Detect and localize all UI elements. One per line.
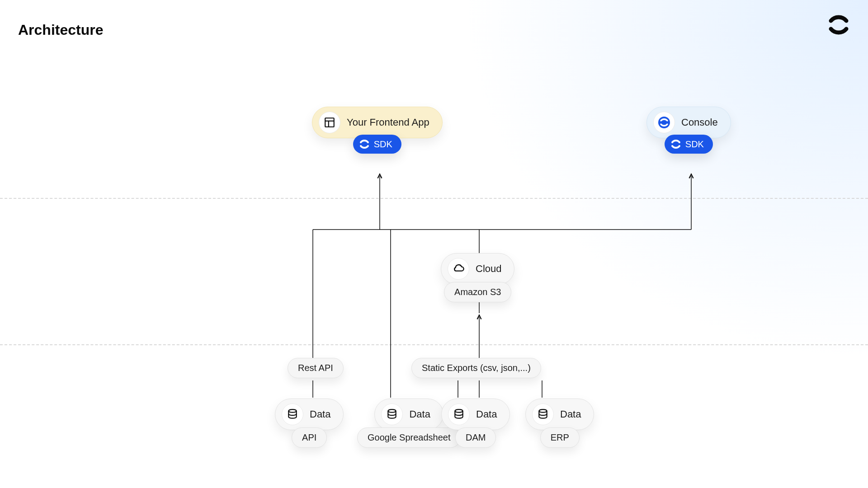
- data-sub-label: API: [292, 427, 327, 448]
- frontend-app-pill: Your Frontend App: [312, 107, 443, 138]
- svg-point-14: [658, 117, 670, 128]
- cloud-icon: [448, 258, 469, 280]
- background-gradient: [461, 0, 868, 361]
- page-title: Architecture: [18, 22, 104, 38]
- rest-api-connector: Rest API: [288, 358, 344, 378]
- console-logo-icon: [653, 112, 675, 133]
- data-pill: Data: [525, 399, 594, 430]
- data-pill: Data: [374, 399, 443, 430]
- data-pill: Data: [275, 399, 344, 430]
- frontend-app-label: Your Frontend App: [347, 117, 429, 128]
- frontend-sdk-badge: SDK: [353, 135, 401, 154]
- svg-point-18: [539, 409, 547, 413]
- data-label: Data: [409, 408, 430, 420]
- data-label: Data: [310, 408, 330, 420]
- console-label: Console: [681, 117, 718, 128]
- console-sdk-badge: SDK: [665, 135, 713, 154]
- frontend-sdk-label: SDK: [374, 139, 392, 150]
- database-icon: [282, 404, 303, 425]
- svg-point-16: [388, 409, 396, 413]
- console-sdk-label: SDK: [685, 139, 704, 150]
- cloud-node: Cloud Amazon S3: [441, 253, 514, 302]
- section-divider-1: [0, 198, 868, 199]
- data-label: Data: [476, 408, 497, 420]
- database-icon: [381, 404, 403, 425]
- svg-point-15: [288, 409, 296, 413]
- data-sub-label: ERP: [540, 427, 580, 448]
- data-label: Data: [560, 408, 581, 420]
- sdk-logo-icon: [670, 138, 682, 150]
- console-node: Console SDK: [646, 107, 731, 154]
- static-exports-connector: Static Exports (csv, json,...): [411, 358, 541, 378]
- data-sub-label: DAM: [455, 427, 496, 448]
- cloud-pill: Cloud: [441, 253, 514, 285]
- layout-icon: [319, 112, 340, 133]
- brand-logo-icon: [826, 13, 851, 37]
- cloud-label: Cloud: [476, 263, 501, 275]
- data-source-erp: Data ERP: [525, 399, 594, 448]
- frontend-app-node: Your Frontend App SDK: [312, 107, 443, 154]
- cloud-sub-label: Amazon S3: [444, 282, 511, 302]
- section-divider-2: [0, 344, 868, 345]
- data-pill: Data: [441, 399, 510, 430]
- database-icon: [448, 404, 470, 425]
- sdk-logo-icon: [359, 138, 370, 150]
- console-pill: Console: [646, 107, 731, 138]
- data-source-dam: Data DAM: [441, 399, 510, 448]
- database-icon: [532, 404, 554, 425]
- svg-rect-11: [325, 118, 334, 127]
- rest-api-label: Rest API: [288, 358, 344, 378]
- svg-point-17: [455, 409, 462, 413]
- static-exports-label: Static Exports (csv, json,...): [411, 358, 541, 378]
- data-source-api: Data API: [275, 399, 344, 448]
